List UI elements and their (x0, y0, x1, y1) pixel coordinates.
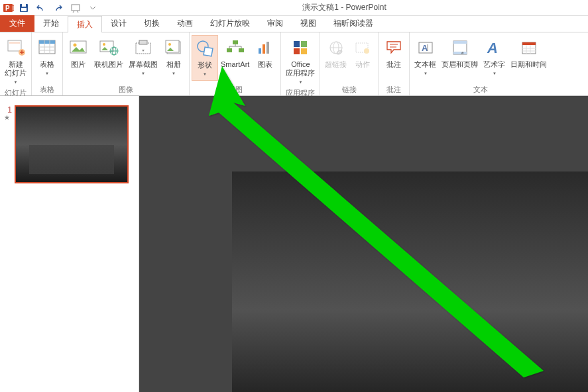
textbox-button[interactable]: A 文本框 ▼ (412, 35, 439, 79)
picture-icon (69, 36, 88, 59)
tab-slideshow[interactable]: 幻灯片放映 (202, 15, 259, 32)
slide-number: 1 (4, 105, 15, 115)
svg-rect-15 (39, 40, 55, 44)
shapes-icon (196, 37, 214, 60)
slide-thumbnail-1[interactable] (15, 105, 129, 183)
dropdown-icon: ▼ (493, 70, 497, 78)
slide-canvas[interactable] (232, 172, 588, 393)
apps-icon (291, 36, 310, 59)
undo-button[interactable] (33, 1, 49, 15)
animation-indicator-icon: ★ (4, 115, 15, 121)
svg-point-53 (364, 48, 369, 54)
redo-button[interactable] (50, 1, 66, 15)
table-button[interactable]: 表格 ▼ (34, 35, 60, 79)
svg-rect-42 (263, 44, 265, 54)
photo-album-label: 相册 (166, 60, 181, 69)
svg-rect-34 (233, 40, 238, 44)
header-footer-button[interactable]: # 页眉和页脚 (439, 35, 481, 70)
date-time-button[interactable]: 日期和时间 (508, 35, 550, 70)
hyperlink-button[interactable]: 超链接 (322, 35, 349, 70)
tab-insert[interactable]: 插入 (68, 16, 102, 32)
comment-icon (384, 36, 403, 59)
svg-text:P: P (5, 5, 10, 12)
chart-label: 图表 (258, 60, 272, 69)
svg-rect-10 (9, 42, 20, 44)
qat: P (0, 1, 101, 15)
hyperlink-icon (327, 36, 345, 59)
ribbon-group-tables: 表格 ▼ 表格 (32, 32, 63, 95)
online-pictures-button[interactable]: 联机图片 (91, 35, 126, 70)
wordart-label: 艺术字 (483, 60, 505, 69)
shapes-label: 形状 (198, 61, 212, 70)
dropdown-icon: ▼ (172, 70, 176, 78)
thumbnail-content (29, 145, 114, 174)
tab-animations[interactable]: 动画 (168, 15, 202, 32)
ribbon-group-slides: 新建 幻灯片 ▼ 幻灯片 (0, 32, 32, 95)
slide-thumbnail-pane[interactable]: 1 ★ (0, 96, 139, 392)
tab-review[interactable]: 审阅 (259, 15, 292, 32)
svg-rect-61 (453, 52, 467, 54)
qat-customize-button[interactable] (85, 1, 101, 15)
pictures-button[interactable]: 图片 (65, 35, 91, 70)
svg-rect-35 (227, 48, 232, 52)
ribbon-group-apps: Office 应用程序 ▼ 应用程序 (281, 32, 320, 95)
tab-file[interactable]: 文件 (0, 15, 34, 32)
chart-icon (257, 36, 274, 59)
office-apps-button[interactable]: Office 应用程序 ▼ (283, 35, 318, 88)
group-label-tables: 表格 (32, 85, 62, 95)
group-label-images: 图像 (63, 85, 189, 95)
ribbon-group-images: 图片 联机图片 屏幕截图 ▼ 相册 ▼ (63, 32, 190, 95)
svg-rect-4 (22, 4, 26, 7)
ribbon-group-comments: 批注 批注 (379, 32, 410, 95)
shapes-button[interactable]: 形状 ▼ (192, 35, 218, 81)
svg-rect-44 (294, 41, 300, 47)
chart-button[interactable]: 图表 (252, 35, 278, 70)
photo-album-button[interactable]: 相册 ▼ (160, 35, 187, 79)
smartart-button[interactable]: SmartArt (218, 35, 252, 70)
textbox-label: 文本框 (414, 60, 436, 69)
svg-rect-43 (266, 42, 269, 54)
date-time-label: 日期和时间 (510, 60, 547, 69)
header-footer-icon: # (451, 36, 469, 59)
screenshot-button[interactable]: 屏幕截图 ▼ (126, 35, 160, 79)
svg-rect-6 (72, 5, 80, 11)
svg-rect-60 (453, 41, 467, 44)
calendar-icon (520, 36, 538, 59)
svg-rect-5 (21, 8, 27, 11)
ribbon: 新建 幻灯片 ▼ 幻灯片 表格 ▼ 表格 图片 (0, 32, 588, 96)
svg-text:A: A (487, 40, 498, 56)
start-slideshow-button[interactable] (68, 1, 84, 15)
dropdown-icon: ▼ (424, 70, 428, 78)
thumbnail-meta: 1 ★ (4, 105, 15, 183)
comment-button[interactable]: 批注 (381, 35, 407, 70)
group-label-text: 文本 (410, 85, 552, 95)
powerpoint-icon: P (3, 2, 15, 14)
new-slide-label: 新建 幻灯片 (5, 60, 27, 77)
save-button[interactable] (16, 1, 32, 15)
svg-rect-46 (294, 48, 300, 54)
tab-foxit[interactable]: 福昕阅读器 (325, 15, 382, 32)
dropdown-icon: ▼ (203, 70, 207, 79)
wordart-icon: A (486, 36, 503, 59)
action-button[interactable]: 动作 (349, 35, 376, 70)
tab-transitions[interactable]: 切换 (135, 15, 168, 32)
tab-design[interactable]: 设计 (102, 15, 135, 32)
screenshot-label: 屏幕截图 (129, 60, 158, 69)
group-label-illustrations: 插图 (190, 85, 280, 95)
title-bar: P 演示文稿1 - PowerPoint (0, 0, 588, 16)
wordart-button[interactable]: A 艺术字 ▼ (481, 35, 508, 79)
tab-view[interactable]: 视图 (292, 15, 325, 32)
new-slide-button[interactable]: 新建 幻灯片 ▼ (2, 35, 29, 88)
tab-home[interactable]: 开始 (34, 15, 68, 32)
slide-editor[interactable] (139, 96, 588, 392)
photo-album-icon (164, 36, 183, 59)
ribbon-group-links: 超链接 动作 链接 (320, 32, 379, 95)
svg-rect-28 (139, 40, 147, 44)
pictures-label: 图片 (71, 60, 86, 69)
office-apps-label: Office 应用程序 (286, 60, 315, 77)
group-label-comments: 批注 (379, 85, 409, 95)
dropdown-icon: ▼ (45, 70, 49, 78)
textbox-icon: A (417, 36, 434, 59)
smartart-label: SmartArt (221, 60, 249, 69)
svg-point-23 (103, 43, 105, 46)
